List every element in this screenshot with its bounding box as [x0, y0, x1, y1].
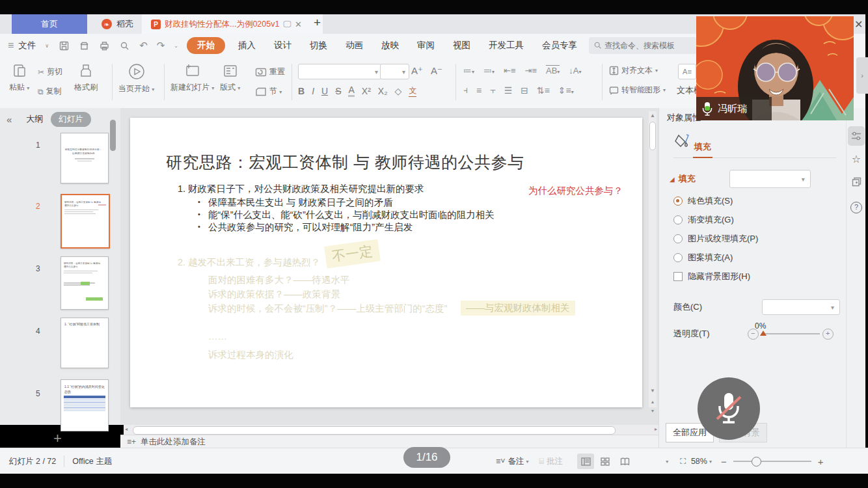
increase-indent-icon[interactable]: ⇥≡ [525, 66, 537, 75]
distribute-icon[interactable]: ⊟ [521, 85, 528, 96]
menu-animation[interactable]: 动画 [336, 40, 372, 51]
para-spacing-icon[interactable]: ⇕≡▾ [558, 85, 574, 96]
font-color-icon[interactable]: A [348, 85, 354, 97]
hide-background-checkbox[interactable]: 隐藏背景图形(H) [673, 271, 847, 282]
new-slide-button[interactable]: 新建幻灯片 ▾ [170, 62, 214, 93]
cut-button[interactable]: ✂剪切 [38, 66, 62, 77]
transparency-plus-icon[interactable]: + [822, 329, 834, 340]
section-collapse-icon[interactable]: ◢ [670, 176, 675, 183]
start-from-current-button[interactable]: 当页开始 ▾ [118, 62, 154, 94]
phonetic-guide-icon[interactable]: 文 [409, 85, 416, 97]
command-search-input[interactable] [589, 37, 697, 54]
increase-font-icon[interactable]: A⁺ [411, 65, 423, 77]
find-icon[interactable] [119, 40, 130, 51]
fill-tab[interactable]: 填充 [693, 139, 712, 158]
fill-option-solid[interactable]: 纯色填充(S) [673, 195, 847, 207]
decrease-font-icon[interactable]: A⁻ [431, 65, 442, 77]
text-direction-icon[interactable]: AB▾ [546, 65, 560, 75]
format-painter-button[interactable]: 格式刷 [74, 62, 98, 93]
align-center-icon[interactable]: ≡ [476, 85, 481, 96]
menu-design[interactable]: 设计 [265, 40, 301, 51]
to-smart-graphic-button[interactable]: 转智能图形 ▾ [609, 85, 666, 96]
add-slide-button[interactable]: + [53, 430, 62, 447]
tab-document[interactable]: P 财政挂钩性分配体...为例0205v1 🖵 ✕ [142, 14, 323, 34]
align-text-button[interactable]: 对齐文本 ▾ [609, 65, 658, 76]
window-close-icon[interactable]: ✕ [854, 18, 863, 31]
underline-icon[interactable]: U [321, 86, 328, 96]
slide-thumbnail-5[interactable]: 1.1 “社饷”的内涵及时间变化趋势 [61, 379, 109, 431]
more-quick-icon[interactable]: ⌄ [174, 43, 178, 49]
normal-view-button[interactable] [577, 454, 594, 469]
bold-icon[interactable]: B [298, 86, 305, 96]
paste-button[interactable]: 粘贴 ▾ [9, 62, 29, 93]
text-box-icon[interactable]: A≡ [678, 64, 696, 79]
collapse-panel-handle[interactable]: › [856, 57, 868, 94]
menu-member[interactable]: 会员专享 [533, 40, 586, 51]
duplicate-strip-icon[interactable] [848, 172, 865, 191]
menu-insert[interactable]: 插入 [229, 40, 265, 51]
slide-canvas-area[interactable]: 研究思路：宏观工资体制 与 教师待遇的公共参与 1. 财政紧日子下，对公共财政政… [120, 108, 658, 425]
share-screen-icon[interactable]: 🖵 [283, 20, 291, 29]
notes-bar[interactable]: ≡+ 单击此处添加备注 [120, 435, 665, 448]
print-icon[interactable] [99, 40, 110, 51]
italic-icon[interactable]: I [312, 86, 314, 96]
justify-icon[interactable]: ☰ [504, 85, 513, 96]
collapse-sidebar-icon[interactable]: « [7, 114, 12, 125]
effects-strip-icon[interactable]: ☆ [848, 149, 865, 169]
sidebar-scrollbar[interactable] [110, 120, 116, 151]
tab-home[interactable]: 首页 [12, 14, 87, 34]
menu-file[interactable]: 文件 [18, 40, 45, 51]
font-name-select[interactable]: ▾ [298, 64, 382, 79]
slide-thumbnail-1[interactable]: 财政挂钩性分配体制的历史分析：以教师工资体制为例 [61, 133, 109, 183]
horizontal-scrollbar[interactable]: ◂ ▸ [124, 425, 658, 435]
help-strip-icon[interactable]: ? [848, 198, 865, 217]
zoom-slider-handle[interactable] [752, 457, 761, 467]
outline-tab[interactable]: 大纲 [26, 113, 43, 125]
reading-view-button[interactable] [616, 454, 633, 469]
numbered-list-icon[interactable]: ≕▾ [483, 66, 495, 75]
menu-home[interactable]: 开始 [187, 37, 225, 54]
reset-button[interactable]: 重置 [255, 66, 285, 77]
slide-thumbnail-2[interactable]: 研究思路：宏观工资体制 与 教师待遇的公共参与 [61, 194, 110, 249]
layout-button[interactable]: 版式 ▾ [220, 62, 240, 93]
vertical-scrollbar[interactable]: ▲ [649, 111, 657, 407]
decrease-indent-icon[interactable]: ⇤≡ [504, 66, 515, 75]
color-select[interactable]: ▾ [762, 299, 840, 315]
slide-sorter-view-button[interactable] [597, 454, 614, 469]
new-tab-button[interactable]: + [314, 16, 321, 30]
section-button[interactable]: 节 ▾ [255, 86, 282, 97]
menu-review[interactable]: 审阅 [408, 40, 444, 51]
fill-option-picture[interactable]: 图片或纹理填充(P) [673, 233, 847, 245]
menu-slideshow[interactable]: 放映 [372, 40, 408, 51]
slide-thumbnail-3[interactable]: 研究思路：宏观工资体制 与 教师待遇的公共参与 [61, 256, 109, 310]
video-call-overlay[interactable]: 冯昕瑞 [696, 16, 854, 120]
copy-button[interactable]: ⧉复制 [38, 86, 62, 97]
align-right-icon[interactable]: ⫟ [490, 85, 495, 96]
save-icon[interactable] [59, 40, 70, 51]
scroll-down-icon[interactable]: ▼ [649, 386, 657, 396]
notes-toggle-button[interactable]: 备注 [508, 456, 524, 467]
status-more-icon[interactable]: ▾ [666, 459, 668, 465]
bullet-list-icon[interactable]: ≔▾ [463, 66, 474, 75]
zoom-in-icon[interactable]: + [818, 456, 824, 467]
fill-style-select[interactable]: ▾ [729, 170, 811, 188]
slides-tab[interactable]: 幻灯片 [51, 112, 91, 127]
slide-thumbnail-4[interactable]: 1. “社饷”和最低工资体制 [61, 318, 109, 368]
menu-transition[interactable]: 切换 [301, 40, 336, 51]
output-icon[interactable] [79, 40, 90, 51]
sort-text-icon[interactable]: ↓A▾ [569, 66, 581, 75]
previous-slide-icon[interactable]: ▲ [649, 400, 657, 405]
line-spacing-icon[interactable]: ⇅≡ [537, 85, 550, 96]
redo-icon[interactable]: ↷ [157, 40, 165, 51]
font-size-select[interactable]: ▾ [380, 64, 409, 79]
menu-view[interactable]: 视图 [444, 40, 480, 51]
clear-format-icon[interactable]: ◇ [395, 86, 402, 96]
align-left-icon[interactable]: ⫞ [463, 85, 468, 96]
theme-label[interactable]: Office 主题 [72, 456, 112, 467]
fill-option-gradient[interactable]: 渐变填充(G) [673, 214, 847, 226]
subscript-icon[interactable]: X₂ [378, 86, 388, 96]
menu-devtools[interactable]: 开发工具 [480, 40, 533, 51]
transparency-slider-handle[interactable] [760, 331, 766, 336]
comments-button[interactable]: 批注 [547, 456, 563, 467]
superscript-icon[interactable]: X² [362, 86, 371, 96]
